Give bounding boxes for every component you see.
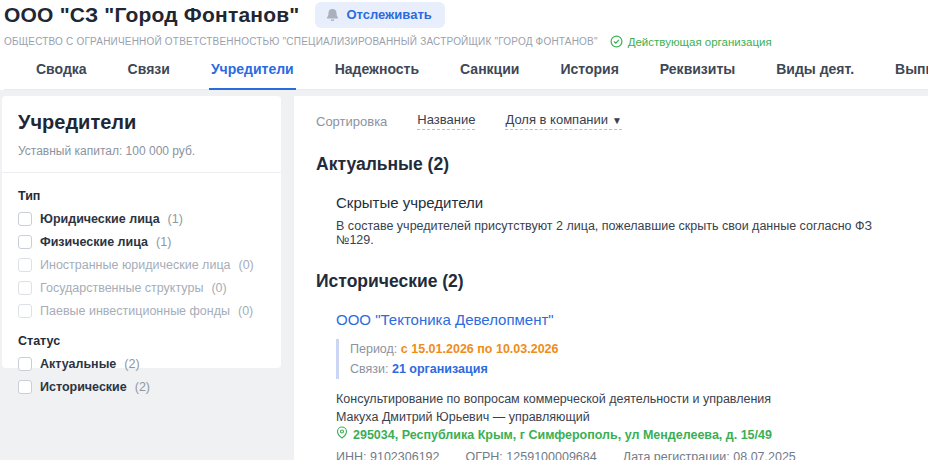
checkbox (18, 281, 32, 295)
period-value: с 15.01.2026 по 10.03.2026 (401, 342, 559, 356)
historical-heading: Исторические (2) (316, 271, 908, 292)
period-label: Период: (350, 342, 397, 356)
period-block: Период: с 15.01.2026 по 10.03.2026 Связи… (336, 339, 908, 379)
filter-individuals[interactable]: Физические лица (1) (18, 235, 265, 249)
company-full-name: ОБЩЕСТВО С ОГРАНИЧЕННОЙ ОТВЕТСТВЕННОСТЬЮ… (4, 36, 598, 47)
page-body: Учредители Уставный капитал: 100 000 руб… (0, 90, 928, 460)
founder-manager: Макуха Дмитрий Юрьевич — управляющий (336, 408, 908, 426)
tab-svodka[interactable]: Сводка (34, 57, 89, 90)
subtitle-row: ОБЩЕСТВО С ОГРАНИЧЕННОЙ ОТВЕТСТВЕННОСТЬЮ… (4, 35, 928, 48)
filter-legal-entities[interactable]: Юридические лица (1) (18, 212, 265, 226)
title-row: ООО "СЗ "Город Фонтанов" Отслеживать (4, 2, 928, 28)
sort-row: Сортировка Название Доля в компании▼ (316, 112, 908, 130)
founder-ogrn: ОГРН: 1259100009684 (466, 448, 597, 460)
charter-capital: Уставный капитал: 100 000 руб. (18, 144, 265, 158)
founder-inn: ИНН: 9102306192 (336, 448, 440, 460)
filter-foreign-legal-entities: Иностранные юридические лица (0) (18, 258, 265, 272)
company-profile-page: ООО "СЗ "Город Фонтанов" Отслеживать ОБЩ… (0, 0, 928, 460)
checkbox (18, 304, 32, 318)
track-button[interactable]: Отслеживать (315, 2, 444, 28)
filters-sidebar: Учредители Уставный капитал: 100 000 руб… (2, 96, 281, 368)
sidebar-title: Учредители (18, 111, 265, 134)
hidden-founders-text: В составе учредителей присутствуют 2 лиц… (336, 219, 908, 247)
map-pin-icon (336, 426, 348, 444)
founder-company-link[interactable]: ООО "Тектоника Девелопмент" (336, 311, 554, 328)
tab-bar: Сводка Связи Учредители Надежность Санкц… (4, 57, 928, 90)
checkbox[interactable] (18, 357, 32, 371)
checkbox[interactable] (18, 212, 32, 226)
tab-uchrediteli[interactable]: Учредители (209, 57, 296, 90)
founders-content: Сортировка Название Доля в компании▼ Акт… (294, 96, 928, 460)
bell-icon (326, 8, 339, 22)
checkbox (18, 258, 32, 272)
check-circle-icon (610, 35, 623, 48)
tab-nadezhnost[interactable]: Надежность (333, 57, 421, 90)
filter-actual[interactable]: Актуальные (2) (18, 357, 265, 371)
sort-label: Сортировка (316, 114, 387, 129)
status-badge: Действующая организация (610, 35, 772, 48)
founder-activity: Консультирование по вопросам коммерческо… (336, 390, 908, 408)
status-filter-title: Статус (18, 334, 265, 348)
actual-heading: Актуальные (2) (316, 154, 908, 175)
track-button-label: Отслеживать (346, 7, 431, 22)
tab-sankcii[interactable]: Санкции (458, 57, 521, 90)
checkbox[interactable] (18, 235, 32, 249)
tab-vypiska-egrul[interactable]: Выписка из ЕГРЮЛ (893, 57, 928, 90)
caret-down-icon: ▼ (612, 115, 622, 126)
founder-reg-date: Дата регистрации: 08.07.2025 (623, 448, 796, 460)
hidden-founders-title: Скрытые учредители (336, 194, 908, 211)
filter-state-structures: Государственные структуры (0) (18, 281, 265, 295)
sidebar-divider (2, 172, 281, 173)
checkbox[interactable] (18, 380, 32, 394)
links-label: Связи: (350, 362, 388, 376)
tab-rekvizity[interactable]: Реквизиты (658, 57, 737, 90)
tab-vidy-deyat[interactable]: Виды деят. (774, 57, 856, 90)
company-title: ООО "СЗ "Город Фонтанов" (4, 3, 299, 27)
sort-by-share-link[interactable]: Доля в компании▼ (505, 112, 622, 130)
tab-istoriya[interactable]: История (558, 57, 620, 90)
page-header: ООО "СЗ "Город Фонтанов" Отслеживать ОБЩ… (0, 0, 928, 90)
status-badge-label: Действующая организация (628, 36, 772, 48)
filter-historical[interactable]: Исторические (2) (18, 380, 265, 394)
founder-entry-tektonika: ООО "Тектоника Девелопмент" Период: с 15… (336, 311, 908, 460)
entry-details: Консультирование по вопросам коммерческо… (336, 390, 908, 460)
sort-by-name-link[interactable]: Название (417, 112, 475, 130)
hidden-founders-block: Скрытые учредители В составе учредителей… (336, 194, 908, 247)
type-filter-title: Тип (18, 189, 265, 203)
filter-investment-funds: Паевые инвестиционные фонды (0) (18, 304, 265, 318)
registry-ids-row: ИНН: 9102306192 ОГРН: 1259100009684 Дата… (336, 448, 908, 460)
tab-svyazi[interactable]: Связи (126, 57, 172, 90)
founder-address-link[interactable]: 295034, Республика Крым, г Симферополь, … (336, 426, 772, 444)
links-count-link[interactable]: 21 организация (392, 362, 488, 376)
